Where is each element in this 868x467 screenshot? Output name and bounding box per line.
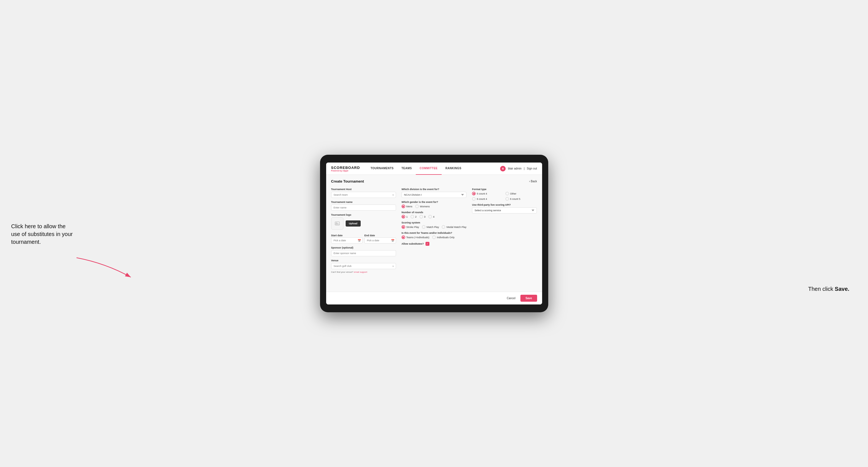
scoring-medal-label: Medal Match Play xyxy=(446,226,466,228)
substitutes-checkbox[interactable]: ✓ xyxy=(426,242,429,246)
scoring-medal[interactable]: Medal Match Play xyxy=(442,225,466,229)
gender-womens-label: Womens xyxy=(420,205,430,208)
format-other-label: Other xyxy=(510,192,517,195)
division-group: Which division is the event for? NCAA Di… xyxy=(402,188,466,198)
scoring-medal-radio[interactable] xyxy=(442,225,445,229)
logo-upload-area: Upload xyxy=(331,217,396,229)
gender-womens-radio[interactable] xyxy=(415,205,419,208)
division-label: Which division is the event for? xyxy=(402,188,466,191)
scoring-match[interactable]: Match Play xyxy=(422,225,439,229)
format-6count5-radio[interactable] xyxy=(505,197,509,201)
nav-committee[interactable]: COMMITTEE xyxy=(416,162,442,175)
tournament-name-input[interactable] xyxy=(331,205,396,211)
format-6count5[interactable]: 6 count 5 xyxy=(505,197,537,201)
tournament-host-input[interactable] xyxy=(331,192,396,198)
scoring-api-select[interactable]: Select a scoring service xyxy=(472,207,537,214)
venue-input[interactable] xyxy=(331,263,396,269)
right-annotation: Then click Save. xyxy=(808,285,857,293)
format-6count4-radio[interactable] xyxy=(472,197,475,201)
format-6count5-label: 6 count 5 xyxy=(510,197,520,200)
scoring-api-group: Use third-party live scoring API? Select… xyxy=(472,204,537,214)
rounds-2-radio[interactable] xyxy=(410,215,414,218)
nav-tournaments[interactable]: TOURNAMENTS xyxy=(367,162,397,175)
teams-plus[interactable]: Teams (+Individuals) xyxy=(402,236,429,239)
form-col-left: Tournament Host ▾ Tournament name Tourna xyxy=(331,188,396,273)
rounds-3[interactable]: 3 xyxy=(420,215,426,218)
signout-link[interactable]: Sign out xyxy=(527,167,537,170)
start-date-label: Start date xyxy=(331,234,343,237)
nav-rankings[interactable]: RANKINGS xyxy=(442,162,465,175)
cancel-button[interactable]: Cancel xyxy=(504,295,518,302)
rounds-4-radio[interactable] xyxy=(428,215,432,218)
individuals-only[interactable]: Individuals Only xyxy=(432,236,455,239)
upload-button[interactable]: Upload xyxy=(346,220,361,226)
page-header: Create Tournament Back xyxy=(331,179,537,183)
individuals-only-radio[interactable] xyxy=(432,236,436,239)
email-support-link[interactable]: email support xyxy=(354,271,367,273)
tournament-logo-group: Tournament logo Upload xyxy=(331,214,396,229)
format-5count4[interactable]: 5 count 4 xyxy=(472,192,504,195)
format-other[interactable]: Other xyxy=(505,192,537,195)
rounds-4[interactable]: 4 xyxy=(428,215,434,218)
calendar-icon-start: 📅 xyxy=(358,239,361,242)
nav-links: TOURNAMENTS TEAMS COMMITTEE RANKINGS xyxy=(367,162,500,175)
rounds-4-label: 4 xyxy=(433,215,434,218)
logo-title: SCOREBOARD xyxy=(331,165,360,170)
format-6count4-label: 6 count 4 xyxy=(477,197,487,200)
format-6count4[interactable]: 6 count 4 xyxy=(472,197,504,201)
back-button[interactable]: Back xyxy=(529,180,537,183)
gender-womens[interactable]: Womens xyxy=(415,205,430,208)
format-options: 5 count 4 Other 6 count 4 xyxy=(472,192,537,201)
rounds-radio-group: 1 2 3 xyxy=(402,215,466,218)
page-title: Create Tournament xyxy=(331,179,364,183)
venue-note: Can't find your venue? email support xyxy=(331,271,396,273)
form-col-middle: Which division is the event for? NCAA Di… xyxy=(402,188,466,273)
format-other-radio[interactable] xyxy=(505,192,509,195)
rounds-label: Number of rounds xyxy=(402,211,466,214)
username: blair admin xyxy=(508,167,522,170)
rounds-2-label: 2 xyxy=(415,215,416,218)
rounds-1-label: 1 xyxy=(406,215,408,218)
gender-label: Which gender is the event for? xyxy=(402,201,466,204)
scoring-system-label: Scoring system xyxy=(402,221,466,224)
scoring-match-radio[interactable] xyxy=(422,225,426,229)
gender-mens[interactable]: Mens xyxy=(402,205,412,208)
end-date-label: End date xyxy=(364,234,375,237)
scoring-stroke-radio[interactable] xyxy=(402,225,405,229)
substitutes-label: Allow substitutes? xyxy=(402,242,424,245)
format-5count4-radio[interactable] xyxy=(472,192,475,195)
rounds-3-label: 3 xyxy=(424,215,426,218)
division-select[interactable]: NCAA Division I xyxy=(402,192,466,198)
logo-placeholder xyxy=(331,217,343,229)
gender-mens-radio[interactable] xyxy=(402,205,405,208)
teams-plus-radio[interactable] xyxy=(402,236,405,239)
scoring-stroke[interactable]: Stroke Play xyxy=(402,225,419,229)
substitutes-group: Allow substitutes? ✓ xyxy=(402,242,466,246)
venue-search-icon: ▾ xyxy=(393,265,394,268)
tablet-screen: SCOREBOARD Powered by clippd TOURNAMENTS… xyxy=(326,162,542,305)
nav-separator: | xyxy=(524,167,525,170)
tournament-logo-label: Tournament logo xyxy=(331,214,396,216)
tournament-host-group: Tournament Host ▾ xyxy=(331,188,396,198)
start-date-group: Start date 📅 xyxy=(331,232,363,244)
rounds-1-radio[interactable] xyxy=(402,215,405,218)
venue-label: Venue xyxy=(331,259,396,262)
save-button[interactable]: Save xyxy=(520,295,537,302)
rounds-1[interactable]: 1 xyxy=(402,215,408,218)
gender-mens-label: Mens xyxy=(406,205,412,208)
nav-teams[interactable]: TEAMS xyxy=(398,162,416,175)
format-grid: 5 count 4 Other 6 count 4 xyxy=(472,192,537,201)
format-5count4-label: 5 count 4 xyxy=(477,192,487,195)
substitutes-row: Allow substitutes? ✓ xyxy=(402,242,466,246)
form-col-right: Format type 5 count 4 Other xyxy=(472,188,537,273)
format-type-label: Format type xyxy=(472,188,537,191)
gender-group: Which gender is the event for? Mens Wome… xyxy=(402,201,466,208)
rounds-2[interactable]: 2 xyxy=(410,215,416,218)
start-date-wrap: 📅 xyxy=(331,238,363,244)
sponsor-input[interactable] xyxy=(331,250,396,256)
scoring-api-label: Use third-party live scoring API? xyxy=(472,204,537,206)
scoring-select-wrap: Select a scoring service xyxy=(472,207,537,214)
format-type-group: Format type 5 count 4 Other xyxy=(472,188,537,201)
teams-radio-group: Teams (+Individuals) Individuals Only xyxy=(402,236,466,239)
rounds-3-radio[interactable] xyxy=(420,215,423,218)
